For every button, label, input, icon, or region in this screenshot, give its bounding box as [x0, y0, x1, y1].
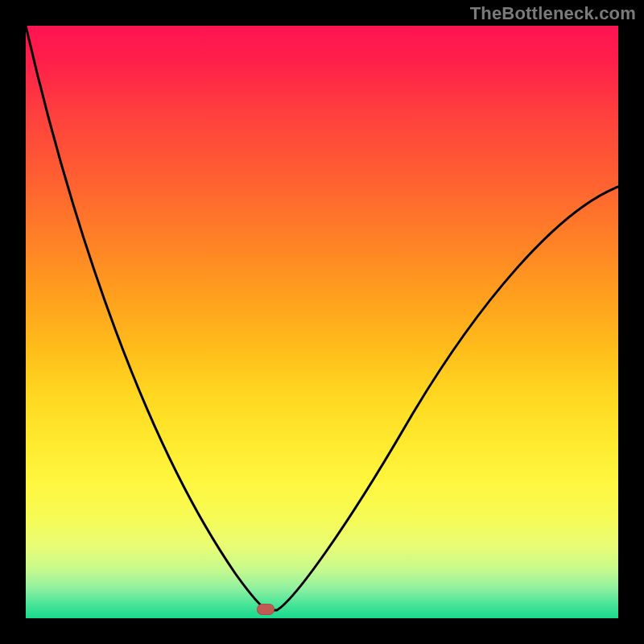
min-point-marker [257, 604, 275, 615]
chart-frame: TheBottleneck.com [0, 0, 644, 644]
plot-area [26, 26, 618, 618]
bottleneck-curve [26, 26, 618, 618]
watermark-text: TheBottleneck.com [470, 3, 636, 24]
curve-path [26, 26, 618, 610]
